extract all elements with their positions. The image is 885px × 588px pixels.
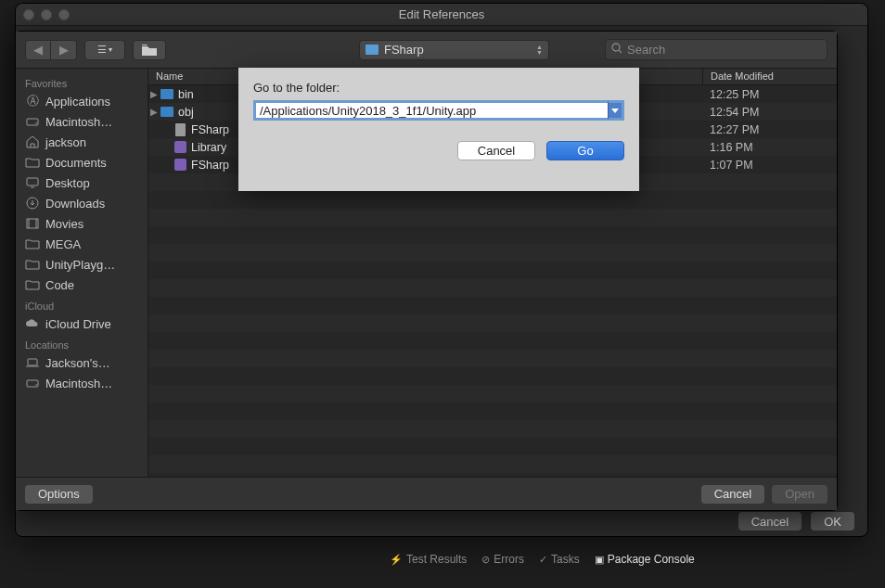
tab-test-results[interactable]: ⚡Test Results [390, 553, 467, 566]
sidebar-item-unityplayg-[interactable]: UnityPlayg… [16, 254, 148, 275]
empty-row [148, 226, 837, 244]
empty-row [148, 350, 837, 367]
column-date[interactable]: Date Modified [702, 69, 837, 84]
folder-icon [25, 155, 40, 170]
path-control[interactable]: FSharp ▲▼ [359, 40, 549, 60]
disk-icon [25, 114, 40, 129]
folder-icon [160, 107, 174, 117]
sidebar-item-movies[interactable]: Movies [16, 213, 148, 234]
empty-row [148, 367, 837, 385]
nav-back-button[interactable]: ◀ [25, 40, 51, 60]
sidebar-heading: Favorites [16, 72, 148, 91]
movies-icon [25, 216, 40, 231]
goto-dropdown-button[interactable] [608, 100, 624, 121]
sidebar-item-jackson[interactable]: jackson [16, 132, 148, 152]
disclosure-triangle-icon[interactable]: ▶ [148, 89, 160, 99]
apps-icon: Ⓐ [25, 94, 40, 109]
goto-go-button[interactable]: Go [546, 141, 624, 160]
file-date: 12:27 PM [702, 123, 837, 136]
ide-bottom-tabs: ⚡Test Results ⊘Errors ✓Tasks ▣Package Co… [390, 553, 695, 566]
svg-point-14 [35, 384, 37, 386]
folder-icon [25, 277, 40, 292]
sidebar-item-icloud-drive[interactable]: iCloud Drive [16, 313, 148, 334]
console-icon: ▣ [595, 554, 604, 566]
sidebar-item-label: Desktop [45, 176, 90, 190]
empty-row [148, 297, 837, 314]
sidebar-heading: iCloud [16, 295, 148, 313]
empty-row [148, 262, 837, 279]
file-date: 1:07 PM [702, 159, 837, 172]
sidebar-item-jackson-s-[interactable]: Jackson's… [16, 352, 148, 373]
goto-cancel-button[interactable]: Cancel [457, 141, 535, 160]
outer-ok-button[interactable]: OK [811, 512, 854, 530]
list-view-icon: ☰ [97, 44, 107, 56]
sidebar-item-label: MEGA [45, 237, 81, 251]
outer-cancel-button[interactable]: Cancel [738, 512, 802, 530]
svg-rect-5 [27, 178, 38, 185]
zoom-window-button[interactable] [58, 9, 70, 20]
empty-row [148, 420, 837, 438]
document-icon [173, 123, 187, 136]
close-window-button[interactable] [23, 9, 34, 20]
view-mode-button[interactable]: ☰ ▾ [84, 40, 125, 60]
sidebar-item-label: Applications [45, 95, 110, 109]
svg-point-0 [612, 44, 620, 51]
options-button[interactable]: Options [25, 485, 93, 504]
empty-row [148, 244, 837, 262]
chevron-down-icon: ▾ [109, 45, 112, 54]
sidebar-item-macintosh-[interactable]: Macintosh… [16, 373, 148, 393]
sidebar-item-label: Documents [45, 156, 107, 170]
window-title: Edit References [16, 7, 867, 21]
search-placeholder: Search [627, 43, 665, 57]
folder-icon [142, 45, 157, 56]
sidebar-item-applications[interactable]: ⒶApplications [16, 91, 148, 111]
project-icon [173, 159, 187, 171]
empty-row [148, 385, 837, 403]
sidebar-item-label: UnityPlayg… [45, 258, 115, 272]
minimize-window-button[interactable] [41, 9, 52, 20]
svg-rect-3 [27, 119, 38, 125]
search-field[interactable]: Search [605, 39, 827, 60]
titlebar[interactable]: Edit References [16, 4, 867, 26]
sidebar-item-label: jackson [45, 135, 86, 149]
sidebar-item-label: Downloads [45, 197, 105, 211]
cancel-button[interactable]: Cancel [701, 485, 764, 504]
empty-row [148, 403, 837, 420]
empty-row [148, 314, 837, 332]
open-button[interactable]: Open [772, 485, 827, 504]
sidebar-item-label: Code [45, 278, 74, 292]
laptop-icon [25, 355, 40, 370]
sidebar-item-macintosh-[interactable]: Macintosh… [16, 111, 148, 132]
sidebar-item-label: Macintosh… [45, 115, 112, 129]
empty-row [148, 438, 837, 455]
sidebar-item-downloads[interactable]: Downloads [16, 193, 148, 213]
sidebar-item-documents[interactable]: Documents [16, 152, 148, 173]
goto-path-input[interactable] [253, 100, 608, 121]
sidebar-heading: Locations [16, 334, 148, 352]
check-icon: ✓ [539, 554, 547, 566]
sidebar[interactable]: FavoritesⒶApplicationsMacintosh…jacksonD… [16, 69, 148, 477]
sidebar-item-label: Macintosh… [45, 377, 112, 390]
tab-errors[interactable]: ⊘Errors [481, 553, 524, 566]
action-menu-button[interactable] [133, 40, 166, 60]
nav-forward-button[interactable]: ▶ [51, 40, 77, 60]
tab-package-console[interactable]: ▣Package Console [595, 553, 695, 566]
goto-folder-sheet: Go to the folder: Cancel Go [238, 68, 639, 191]
sidebar-item-desktop[interactable]: Desktop [16, 173, 148, 193]
disclosure-triangle-icon[interactable]: ▶ [148, 107, 160, 117]
sidebar-item-label: Movies [45, 217, 83, 231]
tab-tasks[interactable]: ✓Tasks [539, 553, 580, 566]
sheet-footer: Options Cancel Open [16, 477, 837, 510]
updown-arrows-icon: ▲▼ [536, 45, 543, 56]
desktop-icon [25, 175, 40, 190]
empty-row [148, 455, 837, 473]
svg-line-1 [619, 50, 622, 53]
project-icon [173, 141, 187, 153]
svg-rect-13 [27, 380, 38, 387]
downloads-icon [25, 196, 40, 211]
folder-icon [366, 45, 378, 55]
sidebar-item-code[interactable]: Code [16, 275, 148, 295]
search-icon [611, 43, 622, 57]
sidebar-item-mega[interactable]: MEGA [16, 234, 148, 254]
bolt-icon: ⚡ [390, 554, 403, 566]
